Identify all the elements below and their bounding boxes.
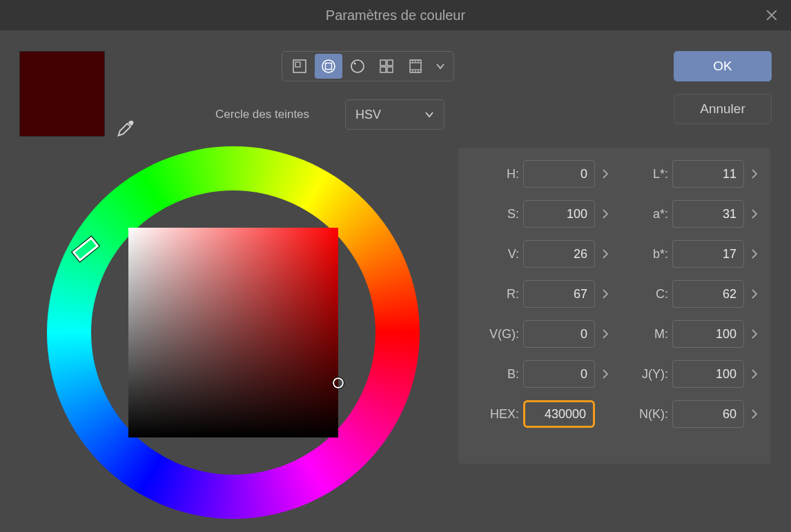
dialog-body: Cercle des teintes HSV OK Annuler (0, 30, 791, 532)
astar-input[interactable]: 31 (672, 200, 744, 228)
s-step[interactable] (599, 208, 612, 219)
svg-point-2 (322, 60, 335, 72)
hex-row: HEX: 430000 (468, 400, 612, 428)
bstar-step[interactable] (748, 248, 761, 259)
mode-ring-button[interactable] (315, 54, 342, 79)
m-step[interactable] (748, 328, 761, 339)
svg-point-5 (354, 63, 356, 65)
swatches-icon (379, 59, 394, 74)
eyedropper-button[interactable] (116, 119, 135, 138)
astar-step[interactable] (748, 208, 761, 219)
svg-point-4 (351, 60, 364, 72)
nk-label: N(K): (639, 407, 668, 422)
titlebar: Paramètres de couleur (0, 0, 791, 30)
m-row: M: 100 (617, 320, 761, 348)
circle-icon (350, 59, 365, 74)
s-input[interactable]: 100 (523, 200, 595, 228)
hue-ring[interactable] (47, 146, 420, 519)
astar-row: a*: 31 (617, 200, 761, 228)
color-settings-dialog: Paramètres de couleur (0, 0, 791, 532)
picker-mode-toolbar (282, 51, 454, 81)
astar-label: a*: (653, 207, 668, 221)
s-label: S: (507, 207, 519, 221)
v-label: V: (508, 247, 519, 262)
b-step[interactable] (599, 368, 612, 380)
svg-rect-3 (326, 63, 332, 70)
hex-label: HEX: (490, 407, 519, 422)
v-input[interactable]: 26 (523, 240, 595, 268)
chevron-right-icon (751, 248, 758, 259)
v-step[interactable] (599, 248, 612, 259)
mode-swatches-button[interactable] (373, 54, 400, 79)
lstar-step[interactable] (748, 168, 761, 179)
chevron-right-icon (602, 168, 609, 179)
color-swatch[interactable] (19, 51, 105, 137)
cancel-label: Annuler (700, 101, 745, 117)
h-input[interactable]: 0 (523, 160, 595, 188)
chevron-right-icon (751, 168, 758, 179)
chevron-right-icon (602, 208, 609, 219)
c-row: C: 62 (617, 280, 761, 308)
c-label: C: (656, 287, 668, 302)
r-label: R: (507, 287, 519, 302)
color-model-select[interactable]: HSV (345, 99, 445, 130)
svg-rect-9 (387, 67, 393, 72)
square-icon (292, 59, 307, 74)
ok-button[interactable]: OK (674, 51, 772, 81)
vg-input[interactable]: 0 (523, 320, 595, 348)
h-label: H: (507, 167, 519, 181)
chevron-right-icon (751, 408, 758, 420)
bstar-row: b*: 17 (617, 240, 761, 268)
chevron-right-icon (602, 368, 609, 380)
jy-step[interactable] (748, 368, 761, 380)
cancel-button[interactable]: Annuler (674, 94, 772, 124)
jy-input[interactable]: 100 (672, 360, 744, 388)
chevron-right-icon (602, 288, 609, 299)
c-step[interactable] (748, 288, 761, 299)
mode-circle-button[interactable] (344, 54, 371, 79)
c-input[interactable]: 62 (672, 280, 744, 308)
v-row: V: 26 (468, 240, 612, 268)
chevron-right-icon (602, 248, 609, 259)
color-picker-area (47, 146, 420, 519)
filmstrip-icon (408, 59, 423, 74)
sv-square[interactable] (128, 228, 338, 437)
dialog-title: Paramètres de couleur (326, 8, 465, 23)
svg-rect-8 (380, 67, 386, 72)
h-step[interactable] (599, 168, 612, 179)
r-step[interactable] (599, 288, 612, 299)
lstar-input[interactable]: 11 (672, 160, 744, 188)
chevron-right-icon (751, 208, 758, 219)
close-icon (765, 9, 778, 21)
b-label: B: (507, 367, 519, 382)
nk-step[interactable] (748, 408, 761, 420)
hue-handle[interactable] (72, 237, 99, 262)
toolbar-dropdown[interactable] (430, 54, 451, 79)
m-label: M: (654, 327, 668, 342)
nk-input[interactable]: 60 (672, 400, 744, 428)
bstar-input[interactable]: 17 (672, 240, 744, 268)
hex-input[interactable]: 430000 (523, 400, 595, 428)
color-values-panel: H: 0 L*: 11 S: 100 a*: 31 (458, 148, 770, 464)
sv-cursor[interactable] (333, 377, 344, 388)
r-input[interactable]: 67 (523, 280, 595, 308)
ring-icon (321, 59, 336, 74)
close-button[interactable] (762, 6, 781, 25)
bstar-label: b*: (653, 247, 668, 262)
h-row: H: 0 (468, 160, 612, 188)
chevron-down-icon (424, 110, 434, 119)
mode-square-button[interactable] (286, 54, 313, 79)
mode-filmstrip-button[interactable] (402, 54, 429, 79)
s-row: S: 100 (468, 200, 612, 228)
vg-step[interactable] (599, 328, 612, 339)
lstar-row: L*: 11 (617, 160, 761, 188)
b-input[interactable]: 0 (523, 360, 595, 388)
m-input[interactable]: 100 (672, 320, 744, 348)
r-row: R: 67 (468, 280, 612, 308)
nk-row: N(K): 60 (617, 400, 761, 428)
chevron-right-icon (602, 328, 609, 339)
chevron-right-icon (751, 328, 758, 339)
svg-rect-7 (387, 60, 393, 66)
eyedropper-icon (116, 119, 135, 138)
svg-rect-1 (295, 62, 300, 67)
